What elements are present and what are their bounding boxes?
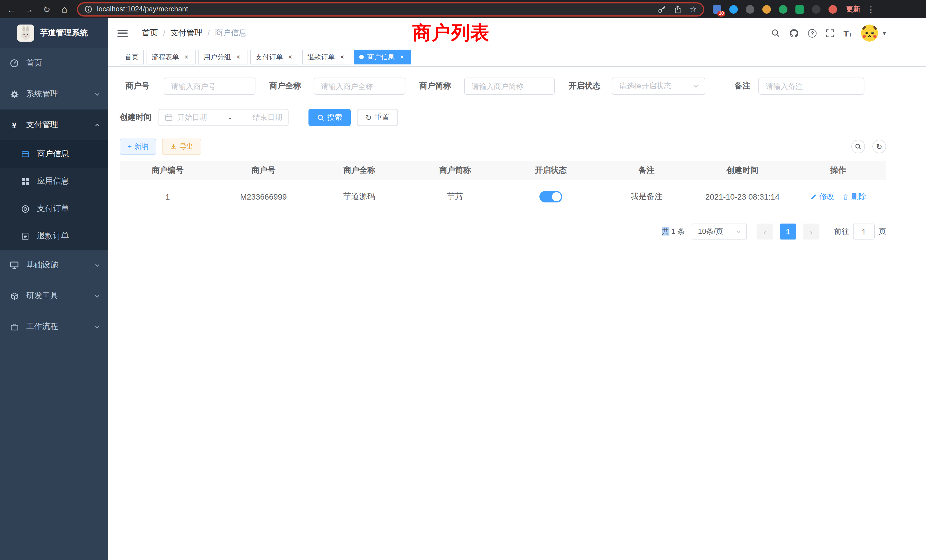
filter-label: 创建时间 <box>120 112 152 123</box>
page-1-button[interactable]: 1 <box>780 224 796 239</box>
extension-icon[interactable] <box>746 5 754 14</box>
extension-icon[interactable] <box>779 5 787 14</box>
extension-icon[interactable] <box>763 5 771 14</box>
browser-forward-button[interactable]: → <box>22 2 36 17</box>
font-size-button[interactable]: TT <box>844 28 852 38</box>
merchant-no-input[interactable] <box>163 77 256 95</box>
date-range-picker[interactable]: 开始日期 - 结束日期 <box>159 109 289 126</box>
extension-icon[interactable] <box>812 5 820 14</box>
breadcrumb-payment[interactable]: 支付管理 <box>171 28 203 38</box>
app-logo[interactable]: 芋道管理系统 <box>0 18 108 48</box>
tabs-bar: 首页 流程表单 × 用户分组 × 支付订单 × 退款订单 × <box>108 48 926 67</box>
filter-status: 开启状态 请选择开启状态 <box>569 77 705 95</box>
table-header-row: 商户编号 商户号 商户全称 商户简称 开启状态 备注 创建时间 操作 <box>120 161 886 180</box>
refresh-icon: ↻ <box>876 143 882 150</box>
reset-button[interactable]: ↻ 重置 <box>357 109 398 126</box>
tab-close-icon[interactable]: × <box>286 53 294 61</box>
table-toolbar: + 新增 导出 ↻ <box>120 139 886 154</box>
add-button[interactable]: + 新增 <box>120 139 156 154</box>
extension-icon[interactable] <box>729 5 738 14</box>
toggle-search-button[interactable] <box>851 140 865 153</box>
sidebar-item-app-info[interactable]: 应用信息 <box>0 168 108 195</box>
tab-pay-order[interactable]: 支付订单 × <box>250 50 300 64</box>
fullscreen-button[interactable] <box>826 29 834 37</box>
app-shell: 芋道管理系统 首页 系统管理 <box>0 18 926 560</box>
column-header: 商户编号 <box>120 165 216 176</box>
start-date-placeholder: 开始日期 <box>177 112 207 123</box>
browser-reload-button[interactable]: ↻ <box>39 2 54 17</box>
cell-remark: 我是备注 <box>599 191 694 201</box>
tab-process-form[interactable]: 流程表单 × <box>147 50 195 64</box>
tab-refund-order[interactable]: 退款订单 × <box>302 50 351 64</box>
next-page-button[interactable]: › <box>803 224 819 239</box>
browser-menu-icon[interactable]: ⋮ <box>867 5 875 14</box>
yen-icon: ¥ <box>10 121 19 129</box>
filter-merchant-no: 商户号 <box>120 77 256 95</box>
browser-home-button[interactable]: ⌂ <box>57 2 72 17</box>
filter-label: 商户简称 <box>419 81 451 91</box>
merchant-table: 商户编号 商户号 商户全称 商户简称 开启状态 备注 创建时间 操作 1 M23… <box>120 161 886 213</box>
home-icon: ⌂ <box>62 4 68 14</box>
sidebar-toggle-button[interactable] <box>118 29 128 37</box>
extension-icon[interactable] <box>796 5 804 14</box>
back-icon: ← <box>7 5 16 14</box>
tab-home[interactable]: 首页 <box>120 50 144 64</box>
sidebar-item-refund-order[interactable]: 退款订单 <box>0 222 108 250</box>
search-button-label: 搜索 <box>327 112 342 123</box>
breadcrumb-home[interactable]: 首页 <box>142 28 158 38</box>
edit-link[interactable]: 修改 <box>810 191 834 201</box>
header-search-button[interactable] <box>771 29 780 38</box>
github-button[interactable] <box>790 28 799 38</box>
page-size-select[interactable]: 10条/页 <box>691 224 747 239</box>
search-button[interactable]: 搜索 <box>309 109 351 126</box>
chevron-right-icon: › <box>809 227 813 236</box>
browser-profile-icon[interactable] <box>829 5 837 14</box>
cell-short-name: 芋艿 <box>407 191 503 201</box>
edit-label: 修改 <box>819 191 834 201</box>
extension-icon[interactable]: 10 <box>713 5 721 14</box>
full-name-input[interactable] <box>313 77 406 95</box>
sidebar-item-system[interactable]: 系统管理 <box>0 79 108 109</box>
sidebar-item-merchant-info[interactable]: 商户信息 <box>0 140 108 168</box>
caret-down-icon[interactable]: ▾ <box>883 30 886 36</box>
remark-input[interactable] <box>758 77 864 95</box>
browser-back-button[interactable]: ← <box>4 2 19 17</box>
tab-close-icon[interactable]: × <box>398 53 406 61</box>
password-key-icon[interactable] <box>658 5 666 14</box>
status-select[interactable]: 请选择开启状态 <box>612 77 705 95</box>
user-avatar[interactable] <box>861 24 878 42</box>
sidebar-item-label: 支付订单 <box>37 204 69 214</box>
tab-close-icon[interactable]: × <box>235 53 242 61</box>
sidebar-item-workflow[interactable]: 工作流程 <box>0 311 108 342</box>
tab-merchant-info[interactable]: 商户信息 × <box>354 50 411 64</box>
filter-label: 商户全称 <box>269 81 301 91</box>
tab-close-icon[interactable]: × <box>338 53 346 61</box>
browser-update-button[interactable]: 更新 <box>846 4 861 14</box>
sidebar-item-home[interactable]: 首页 <box>0 48 108 79</box>
bookmark-star-icon[interactable]: ☆ <box>690 5 697 14</box>
site-info-icon[interactable] <box>85 5 92 13</box>
sidebar-item-devtools[interactable]: 研发工具 <box>0 281 108 311</box>
delete-link[interactable]: 删除 <box>842 191 866 201</box>
total-suffix: 1 条 <box>671 227 685 236</box>
goto-page-input[interactable] <box>853 224 875 239</box>
document-icon <box>21 232 30 241</box>
sidebar-item-payment[interactable]: ¥ 支付管理 <box>0 109 108 140</box>
prev-page-button[interactable]: ‹ <box>757 224 773 239</box>
tab-user-group[interactable]: 用户分组 × <box>198 50 247 64</box>
address-bar[interactable]: localhost:1024/pay/merchant ☆ <box>77 2 704 16</box>
tab-close-icon[interactable]: × <box>183 53 191 61</box>
refresh-table-button[interactable]: ↻ <box>872 140 886 153</box>
sidebar-item-pay-order[interactable]: 支付订单 <box>0 195 108 222</box>
share-icon[interactable] <box>674 5 682 14</box>
download-icon <box>170 143 177 150</box>
breadcrumb-current: 商户信息 <box>215 28 247 38</box>
sidebar-item-label: 研发工具 <box>26 291 58 301</box>
help-button[interactable]: ? <box>808 29 817 37</box>
sidebar-item-infrastructure[interactable]: 基础设施 <box>0 250 108 281</box>
status-toggle[interactable] <box>539 191 562 202</box>
question-icon: ? <box>808 29 817 37</box>
short-name-input[interactable] <box>464 77 555 95</box>
export-button[interactable]: 导出 <box>162 139 201 154</box>
goto-label: 前往 <box>834 226 849 237</box>
